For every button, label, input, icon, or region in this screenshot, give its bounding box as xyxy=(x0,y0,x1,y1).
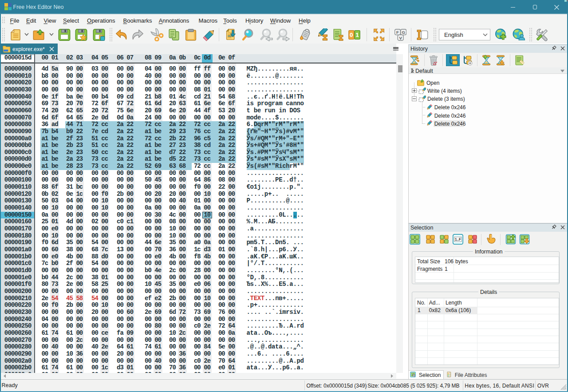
svg-text:V: V xyxy=(399,35,402,40)
svg-text:G: G xyxy=(402,29,405,34)
svg-text:0: 0 xyxy=(350,32,353,38)
svg-text:F: F xyxy=(396,29,399,34)
svg-text:1..F: 1..F xyxy=(455,238,461,242)
svg-text:1: 1 xyxy=(355,32,359,38)
